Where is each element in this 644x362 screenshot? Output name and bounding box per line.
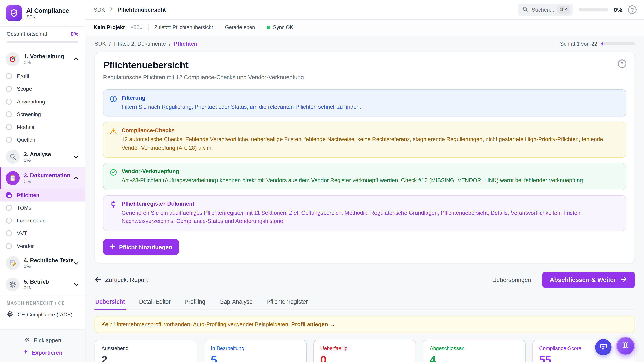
tab-uebersicht[interactable]: Uebersicht bbox=[94, 295, 126, 309]
info-box-title: Filterung bbox=[122, 95, 361, 101]
section-title: 5. Betrieb bbox=[24, 279, 70, 285]
radio-icon bbox=[6, 124, 12, 130]
back-report-link[interactable]: Zurueck: Report bbox=[94, 276, 148, 283]
main-card: Pflichtenuebersicht Regulatorische Pflic… bbox=[94, 52, 635, 263]
header-progress-value: 0% bbox=[614, 6, 622, 13]
sidebar-item-vvt[interactable]: VVT bbox=[0, 227, 85, 240]
sidebar: AI Compliance SDK Gesamtfortschritt 0% 1… bbox=[0, 0, 85, 362]
sidebar-item-module[interactable]: Module bbox=[0, 121, 85, 133]
sidebar-item-vendor[interactable]: Vendor bbox=[0, 240, 85, 252]
plus-icon bbox=[110, 244, 116, 250]
breadcrumb-root[interactable]: SDK bbox=[94, 6, 105, 13]
divider bbox=[261, 24, 261, 30]
sidebar-item-scope[interactable]: Scope bbox=[0, 82, 85, 95]
breadcrumb: SDK Pflichtenübersicht bbox=[94, 6, 166, 13]
sidebar-item-label: VVT bbox=[17, 230, 27, 237]
page-title: Pflichtenuebersicht bbox=[103, 59, 304, 70]
info-box-text: Art.-28-Pflichten (Auftragsverarbeitung)… bbox=[122, 176, 584, 185]
sidebar-item-screening[interactable]: Screening bbox=[0, 108, 85, 121]
chevron-down-icon bbox=[74, 282, 79, 287]
sidebar-section-dokumentation[interactable]: 3. Dokumentation 0% bbox=[0, 167, 85, 189]
check-circle-icon bbox=[110, 169, 117, 178]
tab-profiling[interactable]: Profiling bbox=[184, 295, 206, 309]
finish-next-button[interactable]: Abschliessen & Weiter bbox=[542, 272, 635, 288]
sidebar-item-label: Vendor bbox=[17, 243, 34, 249]
collapse-sidebar-button[interactable]: Einklappen bbox=[0, 335, 85, 346]
sync-status: Sync OK bbox=[267, 24, 293, 30]
page-breadcrumb-row: SDK / Phase 2: Dokumente / Pflichten Sch… bbox=[94, 35, 635, 52]
export-button[interactable]: Exportieren bbox=[0, 346, 85, 356]
clipboard-icon bbox=[6, 171, 20, 185]
radio-icon bbox=[6, 243, 12, 249]
stat-value: 5 bbox=[211, 354, 300, 362]
breadcrumb-phase[interactable]: Phase 2: Dokumente bbox=[114, 40, 166, 47]
floating-buttons bbox=[595, 337, 635, 356]
tab-gap-analyse[interactable]: Gap-Analyse bbox=[218, 295, 254, 309]
radio-icon bbox=[6, 230, 12, 237]
shield-check-icon bbox=[6, 5, 22, 21]
sidebar-group-label: MASCHINENRECHT / CE bbox=[0, 295, 85, 307]
header-progress-track bbox=[578, 8, 608, 11]
project-name: Kein Projekt bbox=[94, 24, 125, 30]
divider bbox=[219, 24, 219, 30]
chevron-up-icon bbox=[74, 175, 79, 181]
sidebar-item-pflichten[interactable]: Pflichten bbox=[0, 189, 85, 202]
stat-label: Ausstehend bbox=[102, 346, 190, 351]
stat-label: Ueberfaellig bbox=[320, 346, 409, 351]
stat-card-abgeschlossen: Abgeschlossen 4 bbox=[423, 340, 526, 362]
last-visited: Zuletzt: Pflichtenübersicht bbox=[154, 24, 213, 30]
breadcrumb-sdk[interactable]: SDK bbox=[94, 40, 106, 47]
wizard-actions: Zurueck: Report Ueberspringen Abschliess… bbox=[94, 272, 635, 288]
arrow-left-icon bbox=[94, 276, 102, 283]
arrow-right-icon bbox=[620, 276, 627, 283]
info-box-title: Pflichtenregister-Dokument bbox=[122, 201, 620, 207]
chat-button[interactable] bbox=[595, 339, 612, 356]
sidebar-section-analyse[interactable]: 2. Analyse 0% bbox=[0, 146, 85, 167]
lightbulb-icon bbox=[110, 201, 117, 210]
sidebar-item-toms[interactable]: TOMs bbox=[0, 201, 85, 214]
search-input[interactable]: Suchen... ⌘K bbox=[518, 3, 573, 16]
chevron-down-icon bbox=[74, 260, 79, 266]
tab-detail-editor[interactable]: Detail-Editor bbox=[138, 295, 172, 309]
info-box-text: Generieren Sie ein auditfaehiges Pflicht… bbox=[122, 209, 620, 226]
breadcrumb-pflichten: Pflichten bbox=[174, 40, 198, 47]
skip-button[interactable]: Ueberspringen bbox=[492, 276, 531, 283]
divider bbox=[148, 24, 148, 30]
search-icon bbox=[522, 6, 528, 13]
breadcrumb-current: Pflichtenübersicht bbox=[118, 6, 166, 13]
radio-icon bbox=[6, 137, 12, 143]
sidebar-item-ce-compliance[interactable]: CE-Compliance (IACE) bbox=[0, 307, 85, 324]
card-help-icon[interactable]: ? bbox=[618, 59, 626, 68]
info-box-pflichtenregister: Pflichtenregister-Dokument Generieren Si… bbox=[103, 195, 626, 231]
help-icon[interactable]: ? bbox=[628, 5, 636, 14]
panel-toggle-button[interactable] bbox=[616, 337, 635, 356]
sidebar-section-rechtliche-texte[interactable]: 4. Rechtliche Texte 0% bbox=[0, 252, 85, 274]
section-progress: 0% bbox=[24, 60, 70, 65]
sidebar-item-loeschfristen[interactable]: Löschfristen bbox=[0, 214, 85, 227]
stat-card-in-bearbeitung: In Bearbeitung 5 bbox=[204, 340, 307, 362]
sidebar-item-label: TOMs bbox=[17, 205, 31, 211]
chevron-down-icon bbox=[74, 154, 79, 160]
sidebar-item-anwendung[interactable]: Anwendung bbox=[0, 95, 85, 108]
step-progress-track bbox=[601, 42, 635, 45]
radio-icon bbox=[6, 218, 12, 224]
sidebar-section-betrieb[interactable]: 5. Betrieb 0% bbox=[0, 274, 85, 295]
warning-triangle-icon bbox=[110, 128, 117, 137]
sidebar-section-vorbereitung[interactable]: 1. Vorbereitung 0% bbox=[0, 48, 85, 70]
sidebar-item-profil[interactable]: Profil bbox=[0, 70, 85, 82]
breadcrumb-separator: / bbox=[109, 40, 111, 47]
chevron-right-icon bbox=[109, 6, 114, 13]
section-progress: 0% bbox=[24, 158, 70, 162]
sidebar-item-label: Löschfristen bbox=[17, 218, 46, 224]
radio-selected-icon bbox=[6, 192, 12, 198]
radio-icon bbox=[6, 111, 12, 117]
sidebar-item-quellen[interactable]: Quellen bbox=[0, 133, 85, 146]
add-pflicht-button[interactable]: Pflicht hinzufuegen bbox=[103, 239, 179, 255]
sidebar-item-label: Pflichten bbox=[17, 192, 39, 198]
tab-pflichtenregister[interactable]: Pflichtenregister bbox=[266, 295, 308, 309]
create-profile-link[interactable]: Profil anlegen → bbox=[291, 321, 335, 327]
breadcrumb-separator: / bbox=[169, 40, 170, 47]
sidebar-nav: 1. Vorbereitung 0% Profil Scope Anwendun… bbox=[0, 48, 85, 329]
section-progress: 0% bbox=[24, 179, 70, 184]
sidebar-item-label: Scope bbox=[17, 86, 32, 92]
